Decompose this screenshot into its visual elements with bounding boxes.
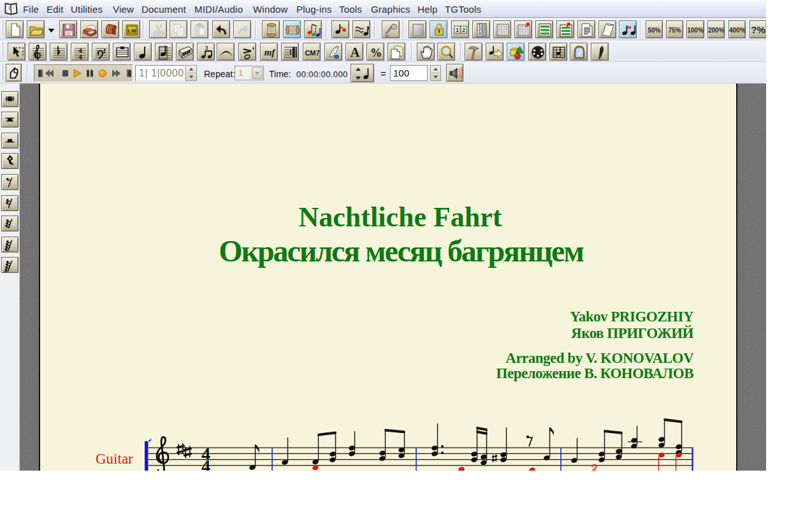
svg-text:2: 2 (462, 27, 465, 33)
svg-text:1: 1 (456, 27, 459, 33)
svg-text:3: 3 (479, 31, 481, 36)
svg-text:Guitar: Guitar (96, 451, 133, 467)
svg-text:3: 3 (205, 45, 208, 51)
svg-text:4: 4 (201, 456, 210, 471)
svg-text:A: A (351, 45, 360, 59)
svg-text:mf: mf (265, 47, 277, 57)
svg-text:CM7: CM7 (305, 49, 319, 57)
svg-text:LIB: LIB (128, 28, 136, 34)
svg-text:4: 4 (78, 53, 82, 61)
svg-text:%: % (370, 47, 382, 59)
